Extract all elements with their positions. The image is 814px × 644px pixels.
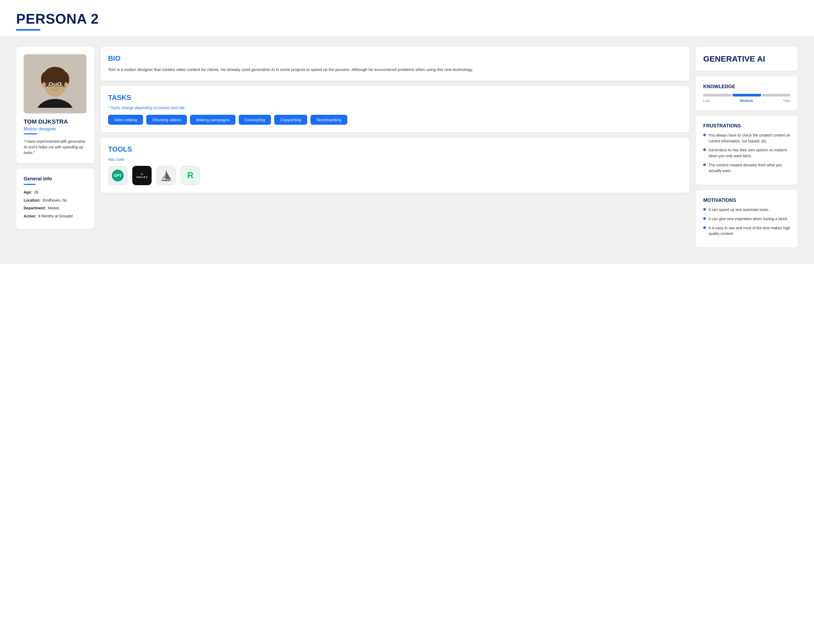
avatar-illustration	[24, 60, 87, 108]
bullet-dot	[703, 163, 706, 166]
age-row: Age: 28	[24, 190, 87, 195]
active-row: Active: 8 Months at GroupM	[24, 214, 87, 219]
motivation-item: It can give new inspiration when having …	[703, 216, 790, 222]
svg-text:R: R	[187, 170, 193, 180]
tool-dalle: @ DALL·E 2	[132, 166, 152, 185]
tasks-note: * Tasks change depending on project and …	[108, 106, 682, 110]
task-tag: Making campaigns	[190, 115, 236, 125]
task-tag: Concepting	[239, 115, 271, 125]
page-header: PERSONA 2	[0, 0, 814, 36]
knowledge-card: KNOWLEDGE Low Medium High	[696, 76, 798, 110]
low-label: Low	[703, 99, 710, 103]
person-quote: "I have experimented with generative AI …	[24, 139, 87, 156]
bullet-dot	[703, 217, 706, 220]
bullet-dot	[703, 148, 706, 151]
frustration-item: The content created deviates from what y…	[703, 163, 790, 174]
task-tag: Video editing	[108, 115, 143, 125]
motivation-item: It can speed up and automate tasks.	[703, 207, 790, 213]
tool-runway: R	[181, 166, 200, 185]
svg-text:@: @	[141, 173, 143, 175]
main-content: TOM DIJKSTRA Motion designer "I have exp…	[0, 36, 814, 264]
task-tag: Copywriting	[274, 115, 307, 125]
general-info-card: General info Age: 28 Location: Eindhoven…	[16, 169, 94, 229]
svg-point-11	[50, 83, 52, 85]
frustrations-card: FRUSTRATIONS You always have to check th…	[696, 116, 798, 185]
svg-point-7	[42, 82, 46, 87]
location-row: Location: Eindhoven, NL	[24, 198, 87, 203]
bar-low	[703, 94, 731, 97]
tool-chatgpt: GPT	[108, 166, 127, 185]
person-name: TOM DIJKSTRA	[24, 118, 68, 125]
role-underline	[24, 133, 37, 134]
high-label: High	[783, 99, 790, 103]
svg-point-18	[54, 85, 56, 88]
department-row: Department: Motion	[24, 205, 87, 211]
frustration-item: You always have to check the created con…	[703, 132, 790, 144]
motivation-item: It is easy to use and most of the time m…	[703, 225, 790, 237]
knowledge-bar	[703, 94, 790, 97]
frustration-item: Generative AI has their own opinion on m…	[703, 147, 790, 159]
general-info-label: General info	[24, 176, 87, 182]
medium-label: Medium	[740, 99, 753, 103]
tools-card: TOOLS Has used: GPT @	[101, 138, 689, 193]
person-role: Motion designer	[24, 126, 56, 132]
svg-text:DALL·E 2: DALL·E 2	[136, 176, 147, 178]
motivations-list: It can speed up and automate tasks.It ca…	[703, 207, 790, 237]
bio-title: BIO	[108, 54, 682, 63]
svg-point-12	[58, 83, 60, 85]
left-column: TOM DIJKSTRA Motion designer "I have exp…	[16, 47, 94, 248]
tool-midjourney	[156, 166, 176, 185]
right-column: GENERATIVE AI KNOWLEDGE Low Medium High …	[696, 47, 798, 248]
svg-rect-21	[135, 169, 149, 182]
knowledge-subtitle: KNOWLEDGE	[703, 84, 790, 89]
bar-high	[762, 94, 790, 97]
tools-icons-container: GPT @ DALL·E 2	[108, 166, 682, 185]
grid-layout: TOM DIJKSTRA Motion designer "I have exp…	[16, 47, 798, 248]
bullet-dot	[703, 208, 706, 211]
motivations-card: MOTIVATIONS It can speed up and automate…	[696, 190, 798, 248]
gen-ai-title: GENERATIVE AI	[703, 54, 790, 63]
tools-has-used-label: Has used:	[108, 157, 682, 161]
task-tag: Storyboarding	[311, 115, 347, 125]
middle-column: BIO Tom is a motion designer that create…	[101, 47, 689, 248]
svg-text:GPT: GPT	[114, 173, 122, 178]
tasks-card: TASKS * Tasks change depending on projec…	[101, 86, 689, 132]
motivations-subtitle: MOTIVATIONS	[703, 198, 790, 203]
bar-medium	[733, 94, 761, 97]
title-underline	[16, 29, 40, 31]
bullet-dot	[703, 226, 706, 229]
task-tag: Shooting videos	[146, 115, 187, 125]
tags-container: Video editingShooting videosMaking campa…	[108, 115, 682, 125]
svg-point-8	[64, 82, 68, 87]
info-underline	[24, 184, 35, 185]
bio-card: BIO Tom is a motion designer that create…	[101, 47, 689, 81]
bullet-dot	[703, 133, 706, 136]
tools-title: TOOLS	[108, 145, 682, 153]
bio-text: Tom is a motion designer that creates vi…	[108, 66, 682, 73]
tasks-title: TASKS	[108, 94, 682, 102]
frustrations-list: You always have to check the created con…	[703, 132, 790, 174]
frustrations-subtitle: FRUSTRATIONS	[703, 123, 790, 129]
gen-ai-card: GENERATIVE AI	[696, 47, 798, 71]
avatar-container	[24, 54, 87, 113]
profile-card: TOM DIJKSTRA Motion designer "I have exp…	[16, 47, 94, 163]
bar-labels: Low Medium High	[703, 99, 790, 103]
page-title: PERSONA 2	[16, 11, 798, 27]
